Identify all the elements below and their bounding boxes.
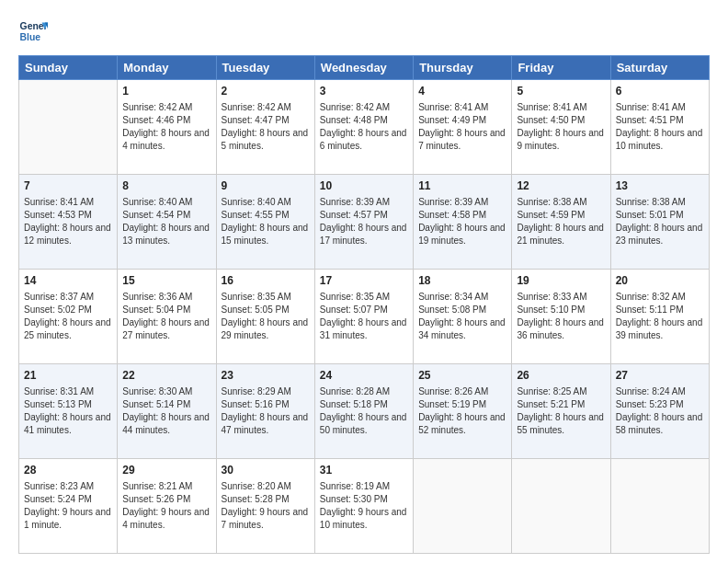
sunset-text: Sunset: 5:02 PM	[24, 304, 92, 315]
sunrise-text: Sunrise: 8:42 AM	[320, 102, 390, 112]
sunset-text: Sunset: 4:48 PM	[320, 115, 388, 125]
logo: General Blue	[18, 17, 50, 46]
daylight-text: Daylight: 8 hours and 17 minutes.	[320, 223, 407, 246]
calendar-cell: 30Sunrise: 8:20 AMSunset: 5:28 PMDayligh…	[216, 459, 314, 554]
sunrise-text: Sunrise: 8:35 AM	[320, 292, 390, 302]
daylight-text: Daylight: 9 hours and 4 minutes.	[122, 507, 210, 530]
calendar-cell: 4Sunrise: 8:41 AMSunset: 4:49 PMDaylight…	[414, 80, 512, 175]
calendar-cell: 17Sunrise: 8:35 AMSunset: 5:07 PMDayligh…	[314, 270, 413, 364]
week-row-2: 14Sunrise: 8:37 AMSunset: 5:02 PMDayligh…	[19, 270, 710, 364]
day-number: 20	[616, 273, 704, 289]
calendar-cell: 25Sunrise: 8:26 AMSunset: 5:19 PMDayligh…	[414, 364, 512, 459]
daylight-text: Daylight: 8 hours and 55 minutes.	[517, 412, 604, 435]
sunrise-text: Sunrise: 8:21 AM	[122, 481, 192, 491]
calendar-cell: 7Sunrise: 8:41 AMSunset: 4:53 PMDaylight…	[19, 175, 118, 270]
daylight-text: Daylight: 8 hours and 39 minutes.	[616, 317, 703, 340]
daylight-text: Daylight: 8 hours and 47 minutes.	[222, 412, 309, 435]
day-number: 13	[616, 178, 704, 194]
calendar-cell: 22Sunrise: 8:30 AMSunset: 5:14 PMDayligh…	[118, 364, 216, 459]
day-number: 15	[122, 273, 210, 289]
sunrise-text: Sunrise: 8:40 AM	[222, 197, 291, 207]
day-number: 16	[222, 273, 310, 289]
sunrise-text: Sunrise: 8:38 AM	[517, 197, 586, 207]
sunrise-text: Sunrise: 8:39 AM	[418, 197, 488, 207]
sunrise-text: Sunrise: 8:42 AM	[222, 102, 291, 112]
sunset-text: Sunset: 5:19 PM	[418, 399, 486, 409]
weekday-header-friday: Friday	[512, 56, 610, 80]
week-row-3: 21Sunrise: 8:31 AMSunset: 5:13 PMDayligh…	[19, 364, 710, 459]
calendar-cell: 23Sunrise: 8:29 AMSunset: 5:16 PMDayligh…	[216, 364, 314, 459]
day-number: 30	[222, 463, 310, 478]
day-number: 8	[122, 178, 210, 194]
day-number: 5	[517, 84, 605, 99]
sunrise-text: Sunrise: 8:28 AM	[320, 386, 390, 396]
sunrise-text: Sunrise: 8:36 AM	[122, 292, 192, 302]
sunrise-text: Sunrise: 8:26 AM	[418, 386, 488, 396]
day-number: 11	[418, 178, 506, 194]
sunset-text: Sunset: 4:53 PM	[24, 210, 92, 220]
header: General Blue	[18, 17, 710, 46]
daylight-text: Daylight: 8 hours and 34 minutes.	[418, 317, 506, 340]
sunrise-text: Sunrise: 8:35 AM	[222, 292, 291, 302]
daylight-text: Daylight: 8 hours and 27 minutes.	[122, 317, 210, 340]
daylight-text: Daylight: 8 hours and 21 minutes.	[517, 223, 604, 246]
day-number: 26	[517, 368, 605, 384]
daylight-text: Daylight: 8 hours and 36 minutes.	[517, 317, 604, 340]
daylight-text: Daylight: 8 hours and 7 minutes.	[418, 128, 506, 151]
sunset-text: Sunset: 4:54 PM	[122, 210, 190, 220]
sunset-text: Sunset: 4:55 PM	[222, 210, 290, 220]
weekday-header-thursday: Thursday	[414, 56, 512, 80]
sunrise-text: Sunrise: 8:23 AM	[24, 481, 94, 491]
sunrise-text: Sunrise: 8:30 AM	[122, 386, 192, 396]
calendar-cell	[610, 459, 709, 554]
calendar-cell: 10Sunrise: 8:39 AMSunset: 4:57 PMDayligh…	[314, 175, 413, 270]
daylight-text: Daylight: 9 hours and 7 minutes.	[222, 507, 309, 530]
page: General Blue SundayMondayTuesdayWednesda…	[0, 0, 728, 563]
logo-icon: General Blue	[18, 17, 48, 46]
daylight-text: Daylight: 8 hours and 25 minutes.	[24, 317, 111, 340]
sunset-text: Sunset: 4:47 PM	[222, 115, 290, 125]
sunset-text: Sunset: 5:14 PM	[122, 399, 190, 409]
calendar-cell: 2Sunrise: 8:42 AMSunset: 4:47 PMDaylight…	[216, 80, 314, 175]
svg-text:Blue: Blue	[20, 32, 41, 42]
daylight-text: Daylight: 8 hours and 4 minutes.	[122, 128, 210, 151]
sunset-text: Sunset: 4:57 PM	[320, 210, 388, 220]
daylight-text: Daylight: 8 hours and 9 minutes.	[517, 128, 604, 151]
daylight-text: Daylight: 8 hours and 58 minutes.	[616, 412, 703, 435]
calendar-cell	[414, 459, 512, 554]
calendar-cell: 8Sunrise: 8:40 AMSunset: 4:54 PMDaylight…	[118, 175, 216, 270]
sunrise-text: Sunrise: 8:34 AM	[418, 292, 488, 302]
sunrise-text: Sunrise: 8:29 AM	[222, 386, 291, 396]
calendar-cell: 18Sunrise: 8:34 AMSunset: 5:08 PMDayligh…	[414, 270, 512, 364]
day-number: 10	[320, 178, 408, 194]
weekday-header-wednesday: Wednesday	[314, 56, 413, 80]
calendar-cell: 6Sunrise: 8:41 AMSunset: 4:51 PMDaylight…	[610, 80, 709, 175]
sunrise-text: Sunrise: 8:41 AM	[24, 197, 94, 207]
day-number: 28	[24, 463, 112, 478]
daylight-text: Daylight: 8 hours and 41 minutes.	[24, 412, 111, 435]
weekday-header-saturday: Saturday	[610, 56, 709, 80]
calendar-cell: 28Sunrise: 8:23 AMSunset: 5:24 PMDayligh…	[19, 459, 118, 554]
sunrise-text: Sunrise: 8:42 AM	[122, 102, 192, 112]
day-number: 14	[24, 273, 112, 289]
calendar-cell: 9Sunrise: 8:40 AMSunset: 4:55 PMDaylight…	[216, 175, 314, 270]
calendar-cell: 3Sunrise: 8:42 AMSunset: 4:48 PMDaylight…	[314, 80, 413, 175]
sunrise-text: Sunrise: 8:20 AM	[222, 481, 291, 491]
daylight-text: Daylight: 8 hours and 5 minutes.	[222, 128, 309, 151]
daylight-text: Daylight: 8 hours and 19 minutes.	[418, 223, 506, 246]
day-number: 7	[24, 178, 112, 194]
calendar-cell: 15Sunrise: 8:36 AMSunset: 5:04 PMDayligh…	[118, 270, 216, 364]
sunset-text: Sunset: 4:50 PM	[517, 115, 585, 125]
calendar-cell: 20Sunrise: 8:32 AMSunset: 5:11 PMDayligh…	[610, 270, 709, 364]
weekday-header-tuesday: Tuesday	[216, 56, 314, 80]
day-number: 22	[122, 368, 210, 384]
day-number: 9	[222, 178, 310, 194]
sunset-text: Sunset: 5:07 PM	[320, 304, 388, 315]
calendar-cell: 5Sunrise: 8:41 AMSunset: 4:50 PMDaylight…	[512, 80, 610, 175]
calendar-cell: 11Sunrise: 8:39 AMSunset: 4:58 PMDayligh…	[414, 175, 512, 270]
week-row-4: 28Sunrise: 8:23 AMSunset: 5:24 PMDayligh…	[19, 459, 710, 554]
sunrise-text: Sunrise: 8:37 AM	[24, 292, 94, 302]
calendar-cell: 29Sunrise: 8:21 AMSunset: 5:26 PMDayligh…	[118, 459, 216, 554]
sunset-text: Sunset: 5:08 PM	[418, 304, 486, 315]
weekday-header-monday: Monday	[118, 56, 216, 80]
